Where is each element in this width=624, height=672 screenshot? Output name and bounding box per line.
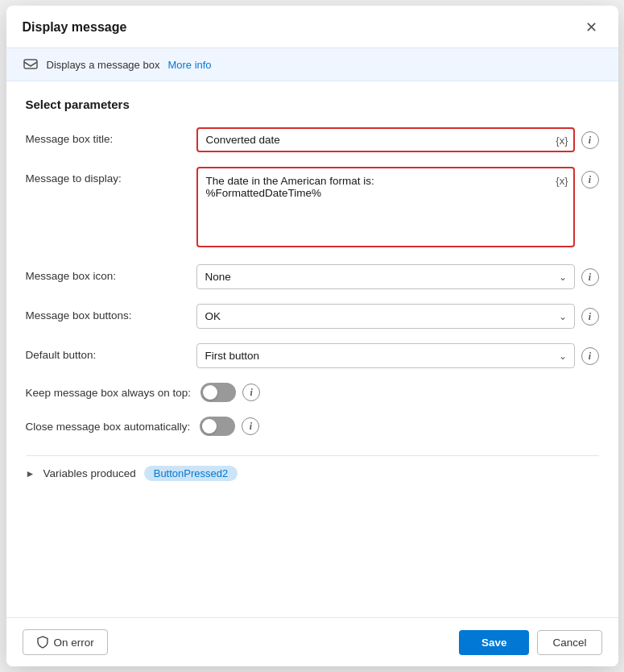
default-button-select-wrap: First button Second button Third button … <box>196 343 575 368</box>
info-banner: Displays a message box More info <box>6 48 618 81</box>
default-button-select[interactable]: First button Second button Third button <box>196 343 575 368</box>
message-to-display-input[interactable]: The date in the American format is: %For… <box>196 167 575 247</box>
close-automatically-toggle[interactable] <box>200 417 235 436</box>
section-title: Select parameters <box>26 97 599 111</box>
keep-on-top-row: Keep message box always on top: i <box>26 383 599 402</box>
dialog-title: Display message <box>23 20 127 35</box>
default-button-label: Default button: <box>26 343 187 361</box>
on-error-label: On error <box>54 637 94 649</box>
info-icon-box-icon[interactable]: i <box>581 268 599 286</box>
message-box-icon-select[interactable]: None Information Warning Error <box>196 264 575 289</box>
close-automatically-thumb <box>202 419 217 433</box>
dialog: Display message ✕ Displays a message box… <box>6 6 618 666</box>
close-automatically-row: Close message box automatically: i <box>26 417 599 436</box>
message-box-buttons-label: Message box buttons: <box>26 304 187 321</box>
message-to-display-label: Message to display: <box>26 167 187 185</box>
dialog-header: Display message ✕ <box>6 6 618 48</box>
more-info-link[interactable]: More info <box>167 59 211 71</box>
close-automatically-track <box>200 417 235 436</box>
info-icon-message[interactable]: i <box>581 171 599 189</box>
message-box-title-input-wrap: {x} <box>196 127 575 152</box>
message-box-buttons-row: Message box buttons: OK OK - Cancel Abor… <box>26 304 599 329</box>
dialog-footer: On error Save Cancel <box>6 617 618 666</box>
default-button-control: First button Second button Third button … <box>196 343 599 368</box>
on-error-button[interactable]: On error <box>23 629 108 655</box>
message-box-title-label: Message box title: <box>26 127 187 145</box>
close-button[interactable]: ✕ <box>581 19 602 36</box>
message-box-icon-select-wrap: None Information Warning Error ⌄ <box>196 264 575 289</box>
dialog-body: Select parameters Message box title: {x}… <box>6 81 618 617</box>
variables-label: Variables produced <box>43 467 135 479</box>
close-automatically-label: Close message box automatically: <box>26 421 191 433</box>
info-icon-buttons[interactable]: i <box>581 308 599 326</box>
footer-right: Save Cancel <box>459 630 602 655</box>
cancel-button[interactable]: Cancel <box>537 630 601 655</box>
info-icon-keep-on-top[interactable]: i <box>242 384 260 401</box>
message-box-buttons-control: OK OK - Cancel Abort - Retry - Ignore Ye… <box>196 304 599 329</box>
chevron-right-icon[interactable]: ► <box>26 468 35 479</box>
info-icon-title[interactable]: i <box>581 131 599 149</box>
info-banner-text: Displays a message box <box>47 59 160 71</box>
message-box-title-row: Message box title: {x} i <box>26 127 599 152</box>
footer-left: On error <box>23 629 108 655</box>
info-icon-default-button[interactable]: i <box>581 347 599 365</box>
shield-icon <box>36 636 49 649</box>
var-icon-title[interactable]: {x} <box>556 134 568 146</box>
keep-on-top-control: i <box>200 383 598 402</box>
save-button[interactable]: Save <box>459 630 530 655</box>
message-box-icon-row: Message box icon: None Information Warni… <box>26 264 599 289</box>
message-icon <box>23 56 39 73</box>
message-box-icon-control: None Information Warning Error ⌄ i <box>196 264 599 289</box>
message-box-buttons-select-wrap: OK OK - Cancel Abort - Retry - Ignore Ye… <box>196 304 575 329</box>
keep-on-top-label: Keep message box always on top: <box>26 387 192 399</box>
close-automatically-control: i <box>200 417 598 436</box>
message-to-display-wrap: The date in the American format is: %For… <box>196 167 575 250</box>
message-box-title-control: {x} i <box>196 127 599 152</box>
default-button-row: Default button: First button Second butt… <box>26 343 599 368</box>
variable-badge: ButtonPressed2 <box>144 466 238 481</box>
message-box-buttons-select[interactable]: OK OK - Cancel Abort - Retry - Ignore Ye… <box>196 304 575 329</box>
message-to-display-row: Message to display: The date in the Amer… <box>26 167 599 250</box>
svg-rect-0 <box>24 60 37 68</box>
var-icon-message[interactable]: {x} <box>556 175 568 187</box>
message-box-title-input[interactable] <box>196 127 575 152</box>
message-box-icon-label: Message box icon: <box>26 264 187 282</box>
info-icon-close-auto[interactable]: i <box>242 417 259 435</box>
message-to-display-control: The date in the American format is: %For… <box>196 167 599 250</box>
keep-on-top-toggle[interactable] <box>200 383 236 402</box>
keep-on-top-track <box>200 383 236 402</box>
keep-on-top-thumb <box>203 385 217 400</box>
variables-row: ► Variables produced ButtonPressed2 <box>26 455 599 481</box>
